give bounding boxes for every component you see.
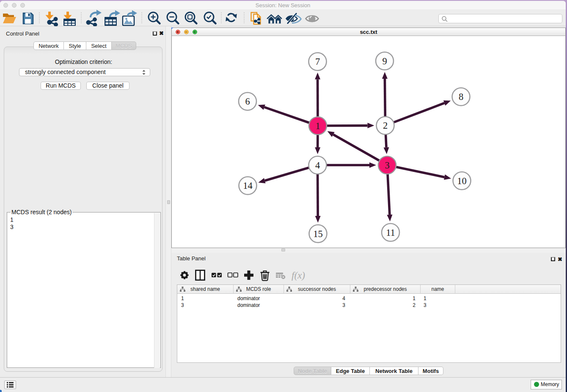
svg-text:3: 3: [385, 160, 389, 171]
svg-text:11: 11: [386, 227, 395, 238]
svg-text:f(x): f(x): [292, 270, 305, 281]
svg-text:1: 1: [315, 121, 320, 131]
svg-text:4: 4: [315, 160, 320, 171]
svg-text:6: 6: [245, 96, 250, 107]
svg-text:10: 10: [457, 176, 467, 186]
svg-text:15: 15: [313, 229, 323, 239]
svg-text:2: 2: [383, 120, 388, 131]
svg-text:8: 8: [459, 91, 463, 102]
svg-text:14: 14: [243, 180, 253, 191]
svg-text:9: 9: [382, 56, 387, 66]
svg-text:7: 7: [315, 56, 320, 67]
